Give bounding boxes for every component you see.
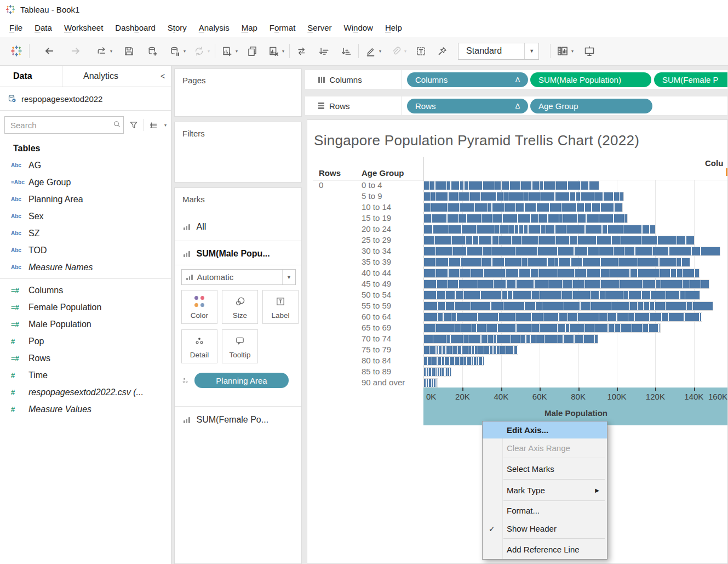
trellis-rows-header[interactable]: Rows <box>319 168 341 178</box>
bar-segment[interactable] <box>623 225 641 233</box>
bar-segment[interactable] <box>669 247 691 255</box>
replay-animation-button[interactable] <box>95 42 108 60</box>
duplicate-sheet-button[interactable] <box>245 42 259 60</box>
trellis-age-header[interactable]: Age Group <box>362 168 404 178</box>
bar-segment[interactable] <box>644 302 649 310</box>
marks-female-section[interactable]: SUM(Female Po... <box>175 409 301 430</box>
bar-segment[interactable] <box>655 302 665 310</box>
bar-segment[interactable] <box>437 280 448 288</box>
bar-segment[interactable] <box>597 236 611 244</box>
bar-segment[interactable] <box>424 247 435 255</box>
bar-segment[interactable] <box>548 214 559 223</box>
tableau-logo-toolbar-icon[interactable] <box>9 42 24 60</box>
bar-segment[interactable] <box>484 269 505 277</box>
bar-segment[interactable] <box>470 192 480 201</box>
bar-segment[interactable] <box>507 280 516 288</box>
bar-50-to-54[interactable] <box>424 291 700 299</box>
bar-segment[interactable] <box>464 291 480 299</box>
bar-segment[interactable] <box>564 335 574 343</box>
bar-segment[interactable] <box>461 258 481 266</box>
age-group-label-0-to-4[interactable]: 0 to 4 <box>362 180 382 191</box>
field-male-population[interactable]: =#Male Population <box>0 316 171 333</box>
bar-segment[interactable] <box>460 357 463 365</box>
field-age-group[interactable]: =AbcAge Group <box>0 174 171 191</box>
bar-segment[interactable] <box>591 291 599 299</box>
bar-segment[interactable] <box>492 258 505 266</box>
bar-segment[interactable] <box>539 214 547 223</box>
bar-segment[interactable] <box>431 192 435 201</box>
age-group-label-65-to-69[interactable]: 65 to 69 <box>362 322 391 333</box>
bar-segment[interactable] <box>610 269 629 277</box>
bar-segment[interactable] <box>555 192 569 201</box>
bar-segment[interactable] <box>562 291 572 299</box>
bar-segment[interactable] <box>471 269 483 277</box>
bar-segment[interactable] <box>685 291 699 299</box>
bar-segment[interactable] <box>478 280 492 288</box>
bar-segment[interactable] <box>529 192 541 201</box>
pill-rows[interactable]: Rows∆ <box>407 99 528 113</box>
replay-dropdown-caret[interactable]: ▾ <box>110 49 112 54</box>
view-options-icon[interactable] <box>147 121 159 129</box>
bar-segment[interactable] <box>568 181 580 190</box>
bar-segment[interactable] <box>481 291 501 299</box>
bar-segment[interactable] <box>587 269 600 277</box>
bar-segment[interactable] <box>630 302 637 310</box>
age-group-label-15-to-19[interactable]: 15 to 19 <box>362 213 391 224</box>
bar-segment[interactable] <box>542 302 563 310</box>
bar-segment[interactable] <box>677 236 685 244</box>
bar-segment[interactable] <box>624 247 634 255</box>
bar-segment[interactable] <box>433 335 445 343</box>
bar-segment[interactable] <box>638 258 658 266</box>
age-group-label-35-to-39[interactable]: 35 to 39 <box>362 257 391 267</box>
bar-segment[interactable] <box>460 181 463 190</box>
bar-segment[interactable] <box>462 346 468 354</box>
bar-segment[interactable] <box>503 192 507 201</box>
bar-segment[interactable] <box>558 335 563 343</box>
bar-segment[interactable] <box>455 324 461 332</box>
bar-segment[interactable] <box>578 236 596 244</box>
bar-segment[interactable] <box>660 258 677 266</box>
bar-segment[interactable] <box>427 379 428 387</box>
pill-sum-female-p[interactable]: SUM(Female P <box>654 72 728 87</box>
bar-segment[interactable] <box>437 346 438 354</box>
field-measure-values[interactable]: #Measure Values <box>0 401 171 418</box>
bar-segment[interactable] <box>428 357 431 365</box>
save-button[interactable] <box>122 42 136 60</box>
bar-segment[interactable] <box>591 302 611 310</box>
male-population-axis[interactable]: 0K20K40K60K80K100K120K140K160K Male Popu… <box>423 388 728 425</box>
bar-segment[interactable] <box>612 236 621 244</box>
bar-segment[interactable] <box>515 225 518 233</box>
bar-segment[interactable] <box>521 236 538 244</box>
bar-segment[interactable] <box>680 291 685 299</box>
age-group-label-50-to-54[interactable]: 50 to 54 <box>362 289 391 300</box>
tab-data[interactable]: Data <box>0 66 62 87</box>
bar-segment[interactable] <box>424 192 431 201</box>
bar-segment[interactable] <box>649 324 658 332</box>
bar-segment[interactable] <box>563 280 572 288</box>
bar-segment[interactable] <box>558 269 574 277</box>
bar-segment[interactable] <box>503 302 524 310</box>
bar-segment[interactable] <box>554 258 558 266</box>
clear-sheet-button[interactable] <box>267 42 280 60</box>
bar-40-to-44[interactable] <box>424 269 699 277</box>
bar-segment[interactable] <box>438 368 439 376</box>
bar-segment[interactable] <box>459 214 466 223</box>
bar-segment[interactable] <box>592 203 600 212</box>
bar-segment[interactable] <box>434 379 435 387</box>
sort-descending-button[interactable] <box>340 42 353 60</box>
age-group-label-85-to-89[interactable]: 85 to 89 <box>362 366 391 377</box>
bar-segment[interactable] <box>515 313 531 321</box>
bar-segment[interactable] <box>424 379 426 387</box>
age-group-label-60-to-64[interactable]: 60 to 64 <box>362 311 391 322</box>
bar-segment[interactable] <box>575 269 586 277</box>
highlight-dropdown-caret[interactable]: ▾ <box>379 49 381 54</box>
bar-segment[interactable] <box>424 214 431 223</box>
bar-segment[interactable] <box>548 280 562 288</box>
bar-segment[interactable] <box>541 192 554 201</box>
bar-segment[interactable] <box>443 346 445 354</box>
bar-segment[interactable] <box>465 181 468 190</box>
label-button[interactable]: Label <box>262 290 299 324</box>
bar-70-to-74[interactable] <box>424 335 598 343</box>
bar-segment[interactable] <box>424 181 429 190</box>
age-group-label-45-to-49[interactable]: 45 to 49 <box>362 278 391 289</box>
